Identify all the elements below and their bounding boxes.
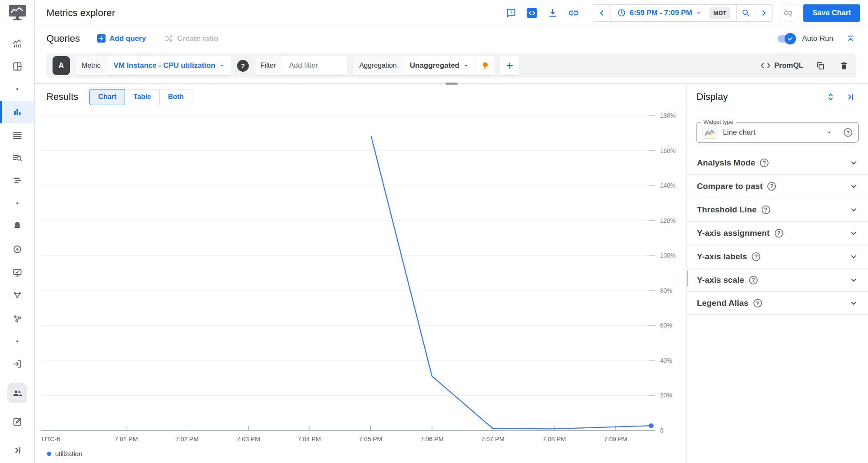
filter-input[interactable]: Add filter	[282, 56, 347, 75]
tab-table[interactable]: Table	[125, 89, 160, 105]
chevron-down-icon[interactable]	[849, 252, 858, 261]
sidebar-expand-panel-button[interactable]	[0, 440, 34, 460]
query-letter-badge[interactable]: A	[53, 56, 70, 75]
section-label: Threshold Line	[697, 205, 757, 215]
sidebar-item-metrics-explorer[interactable]	[0, 101, 34, 123]
svg-text:7:01 PM: 7:01 PM	[115, 436, 138, 443]
sidebar-item-compose[interactable]	[0, 412, 34, 432]
add-query-button[interactable]: Add query	[97, 34, 146, 43]
panel-resize-handle[interactable]	[446, 83, 458, 85]
sidebar-item-overview[interactable]	[0, 33, 34, 53]
time-forward-button[interactable]	[755, 5, 772, 21]
chart-container: 180%160%140%120%100%80%60%40%20%07:01 PM…	[41, 110, 686, 448]
create-ratio-label: Create ratio	[177, 34, 218, 43]
duplicate-query-button[interactable]	[814, 59, 827, 72]
time-range-dropdown[interactable]: 6:59 PM - 7:09 PM MDT	[611, 5, 737, 21]
sidebar-divider-dot	[0, 337, 34, 346]
tab-chart[interactable]: Chart	[89, 89, 125, 105]
tab-both[interactable]: Both	[160, 89, 192, 105]
collapse-up-icon	[846, 34, 855, 43]
svg-text:140%: 140%	[660, 182, 676, 189]
molecule-icon	[12, 314, 23, 324]
time-back-button[interactable]	[593, 5, 611, 21]
add-sub-query-button[interactable]	[500, 56, 519, 75]
svg-text:40%: 40%	[660, 357, 672, 364]
help-button[interactable]	[760, 159, 769, 167]
focus-marker	[687, 271, 688, 286]
share-link-button[interactable]	[566, 5, 581, 21]
line-chart-icon	[12, 38, 23, 49]
chevron-down-icon[interactable]	[849, 182, 858, 191]
svg-text:100%: 100%	[660, 252, 676, 259]
chevron-down-icon[interactable]	[849, 229, 858, 238]
trash-icon	[839, 61, 848, 70]
feedback-button[interactable]	[503, 5, 519, 21]
chevron-down-icon[interactable]	[849, 159, 858, 167]
close-display-panel-button[interactable]	[843, 89, 858, 105]
line-chart-thumbnail-icon	[703, 127, 717, 139]
sidebar-item-integrations[interactable]	[0, 309, 34, 329]
section-legend-alias[interactable]: Legend Alias	[687, 291, 868, 315]
link-off-icon	[783, 8, 793, 18]
promql-label: PromQL	[774, 61, 803, 70]
expand-all-sections-button[interactable]	[823, 89, 838, 105]
plus-icon	[505, 61, 514, 70]
sidebar-item-dashboards[interactable]	[0, 56, 34, 76]
help-button[interactable]	[752, 252, 760, 261]
metric-dropdown[interactable]: VM Instance - CPU utilization	[107, 56, 231, 75]
section-analysis-mode[interactable]: Analysis Mode	[687, 151, 868, 174]
unlink-charts-button[interactable]	[779, 4, 797, 22]
help-button[interactable]	[762, 205, 770, 214]
time-range-control: 6:59 PM - 7:09 PM MDT	[593, 4, 773, 22]
sidebar-item-alerting[interactable]	[0, 216, 34, 236]
delete-query-button[interactable]	[837, 59, 850, 72]
sidebar-item-logs[interactable]	[0, 126, 34, 146]
unfold-more-icon	[826, 92, 835, 102]
metric-help-button[interactable]: ?	[237, 60, 249, 72]
aggregation-suggestion-button[interactable]	[475, 56, 495, 75]
login-arrow-icon	[12, 359, 23, 369]
zoom-time-button[interactable]	[737, 5, 755, 21]
page-header: Metrics explorer	[35, 0, 868, 26]
sidebar-item-services[interactable]	[0, 285, 34, 305]
sidebar-item-trace[interactable]	[0, 171, 34, 191]
toggle-thumb-check-icon	[785, 33, 796, 44]
chevron-down-icon[interactable]	[849, 205, 858, 214]
save-chart-button[interactable]: Save Chart	[803, 4, 860, 22]
help-button[interactable]	[753, 299, 762, 308]
monitor-check-icon	[12, 268, 23, 278]
section-label: Analysis Mode	[697, 158, 755, 168]
section-y-axis-scale[interactable]: Y-axis scale	[687, 268, 868, 291]
timezone-badge[interactable]: MDT	[710, 7, 730, 19]
section-threshold-line[interactable]: Threshold Line	[687, 198, 868, 221]
download-button[interactable]	[545, 5, 561, 21]
sidebar-item-incidents[interactable]	[0, 239, 34, 259]
svg-text:80%: 80%	[660, 287, 672, 294]
sidebar-item-uptime-checks[interactable]	[0, 263, 34, 283]
download-icon	[548, 8, 558, 18]
auto-run-toggle[interactable]	[778, 35, 795, 43]
create-ratio-button[interactable]: Create ratio	[164, 34, 218, 43]
help-button[interactable]	[775, 229, 783, 238]
chevron-down-icon[interactable]	[849, 299, 858, 308]
results-chart-svg[interactable]: 180%160%140%120%100%80%60%40%20%07:01 PM…	[41, 110, 685, 446]
widget-type-help-button[interactable]	[844, 128, 852, 137]
sidebar-item-log-search[interactable]	[0, 148, 34, 168]
trace-spans-icon	[12, 175, 23, 186]
help-button[interactable]	[767, 182, 776, 191]
section-y-axis-assignment[interactable]: Y-axis assignment	[687, 221, 868, 245]
widget-type-dropdown[interactable]: Widget type Line chart	[696, 122, 859, 143]
sidebar-divider-dot	[0, 198, 34, 208]
aggregation-dropdown[interactable]: Unaggregated	[403, 56, 475, 75]
chevron-down-icon[interactable]	[849, 276, 858, 284]
sidebar-item-groups[interactable]	[0, 382, 34, 404]
legend-item-utilization[interactable]: utilization	[47, 450, 686, 457]
sidebar-item-settings-signin[interactable]	[0, 354, 34, 374]
collapse-queries-button[interactable]	[843, 31, 858, 46]
help-button[interactable]	[749, 276, 758, 284]
section-compare-to-past[interactable]: Compare to past	[687, 174, 868, 198]
legend-series-label: utilization	[55, 450, 83, 457]
promql-toggle-button[interactable]: PromQL	[760, 61, 803, 70]
query-editor-button[interactable]	[524, 5, 540, 21]
section-y-axis-labels[interactable]: Y-axis labels	[687, 245, 868, 268]
